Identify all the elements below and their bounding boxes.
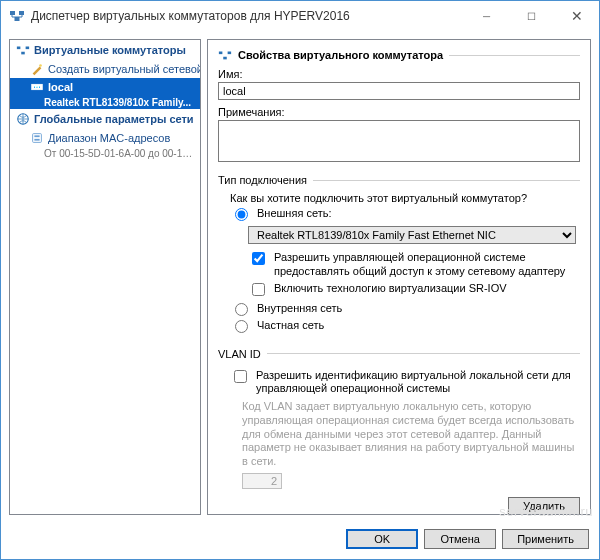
vlan-title: VLAN ID <box>218 348 261 360</box>
notes-textarea[interactable] <box>218 120 580 162</box>
svg-point-10 <box>39 86 41 88</box>
divider <box>267 353 580 354</box>
divider <box>449 55 580 56</box>
tree-item-local-label: local <box>48 81 73 93</box>
vlan-id-input <box>242 473 282 489</box>
switch-header-icon <box>218 48 232 62</box>
svg-rect-15 <box>219 52 223 55</box>
tree-item-local-sub: Realtek RTL8139/810x Family... <box>10 96 200 109</box>
svg-rect-4 <box>26 47 30 50</box>
tree-heading-global[interactable]: Глобальные параметры сети <box>10 109 200 129</box>
tree-heading-switches-label: Виртуальные коммутаторы <box>34 44 186 56</box>
check-allow-os-label: Разрешить управляющей операционной систе… <box>274 251 576 279</box>
tree-panel: Виртуальные коммутаторы Создать виртуаль… <box>9 39 201 515</box>
name-label: Имя: <box>218 68 580 80</box>
switches-icon <box>16 43 30 57</box>
maximize-button[interactable]: ☐ <box>509 1 554 31</box>
radio-external-input[interactable] <box>235 208 248 221</box>
window-controls: ─ ☐ ✕ <box>464 1 599 31</box>
svg-rect-12 <box>33 134 42 143</box>
check-vlan-enable-label: Разрешить идентификацию виртуальной лока… <box>256 369 576 397</box>
connection-title: Тип подключения <box>218 174 307 186</box>
properties-panel: Свойства виртуального коммутатора Имя: П… <box>207 39 591 515</box>
check-vlan-enable[interactable]: Разрешить идентификацию виртуальной лока… <box>230 369 576 397</box>
svg-rect-16 <box>228 52 232 55</box>
nic-select[interactable]: Realtek RTL8139/810x Family Fast Etherne… <box>248 226 576 244</box>
svg-rect-5 <box>21 52 25 55</box>
cancel-button[interactable]: Отмена <box>424 529 496 549</box>
svg-rect-0 <box>10 11 15 15</box>
check-allow-os[interactable]: Разрешить управляющей операционной систе… <box>248 251 576 279</box>
check-sriov-input[interactable] <box>252 283 265 296</box>
properties-header-label: Свойства виртуального коммутатора <box>238 49 443 61</box>
radio-external-label: Внешняя сеть: <box>257 207 331 221</box>
radio-internal-input[interactable] <box>235 303 248 316</box>
switch-icon <box>30 80 44 94</box>
radio-internal[interactable]: Внутренняя сеть <box>230 302 576 316</box>
name-input[interactable] <box>218 82 580 100</box>
check-sriov-label: Включить технологию виртуализации SR-IOV <box>274 282 507 296</box>
divider <box>313 180 580 181</box>
check-vlan-enable-input[interactable] <box>234 370 247 383</box>
tree-item-mac-sub: От 00-15-5D-01-6A-00 до 00-15-... <box>10 147 200 160</box>
svg-rect-13 <box>34 135 39 137</box>
tree-heading-global-label: Глобальные параметры сети <box>34 113 194 125</box>
tree-item-create[interactable]: Создать виртуальный сетевой к... <box>10 60 200 78</box>
radio-private-input[interactable] <box>235 320 248 333</box>
svg-point-9 <box>36 86 38 88</box>
tree-heading-switches[interactable]: Виртуальные коммутаторы <box>10 40 200 60</box>
radio-private[interactable]: Частная сеть <box>230 319 576 333</box>
svg-rect-3 <box>17 47 21 50</box>
window-title: Диспетчер виртуальных коммутаторов для H… <box>31 9 464 23</box>
footer: OK Отмена Применить <box>1 523 599 559</box>
window-frame: Диспетчер виртуальных коммутаторов для H… <box>0 0 600 560</box>
app-icon <box>9 8 25 24</box>
close-button[interactable]: ✕ <box>554 1 599 31</box>
notes-label: Примечания: <box>218 106 580 118</box>
mac-icon <box>30 131 44 145</box>
tree-item-create-label: Создать виртуальный сетевой к... <box>48 63 200 75</box>
wizard-icon <box>30 62 44 76</box>
vlan-desc: Код VLAN задает виртуальную локальную се… <box>242 400 576 469</box>
vlan-group: VLAN ID Разрешить идентификацию виртуаль… <box>218 348 580 491</box>
minimize-button[interactable]: ─ <box>464 1 509 31</box>
tree-item-mac[interactable]: Диапазон MAC-адресов <box>10 129 200 147</box>
connection-group: Тип подключения Как вы хотите подключить… <box>218 174 580 338</box>
apply-button[interactable]: Применить <box>502 529 589 549</box>
check-sriov[interactable]: Включить технологию виртуализации SR-IOV <box>248 282 576 299</box>
body: Виртуальные коммутаторы Создать виртуаль… <box>1 31 599 523</box>
ok-button[interactable]: OK <box>346 529 418 549</box>
svg-point-8 <box>34 86 36 88</box>
tree-item-mac-label: Диапазон MAC-адресов <box>48 132 170 144</box>
properties-header: Свойства виртуального коммутатора <box>218 48 580 62</box>
connection-prompt: Как вы хотите подключить этот виртуальны… <box>230 192 576 204</box>
radio-private-label: Частная сеть <box>257 319 324 333</box>
titlebar: Диспетчер виртуальных коммутаторов для H… <box>1 1 599 31</box>
radio-internal-label: Внутренняя сеть <box>257 302 342 316</box>
svg-rect-14 <box>34 139 39 141</box>
globe-icon <box>16 112 30 126</box>
radio-external[interactable]: Внешняя сеть: <box>230 207 576 221</box>
delete-button[interactable]: Удалить <box>508 497 580 515</box>
svg-rect-17 <box>223 57 227 60</box>
tree-item-local[interactable]: local <box>10 78 200 96</box>
check-allow-os-input[interactable] <box>252 252 265 265</box>
svg-point-6 <box>39 64 42 67</box>
svg-rect-1 <box>19 11 24 15</box>
